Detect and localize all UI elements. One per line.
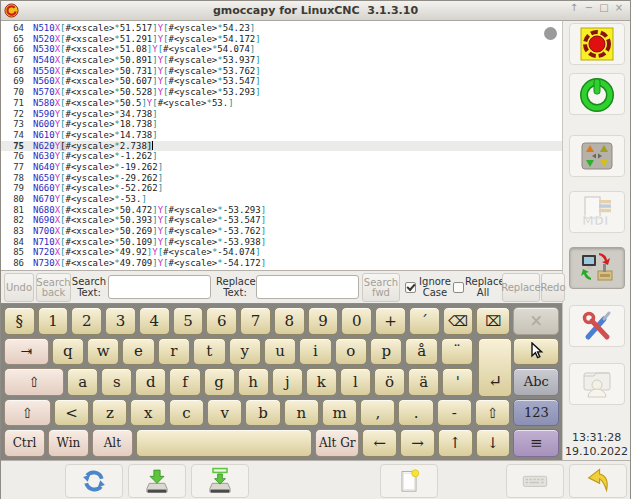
key-r[interactable]: r: [158, 338, 190, 366]
key-1[interactable]: 1: [38, 307, 69, 335]
key-f[interactable]: f: [169, 368, 200, 396]
key-v[interactable]: v: [207, 399, 242, 427]
key-i[interactable]: i: [299, 338, 331, 366]
key-0[interactable]: 0: [341, 307, 372, 335]
keyboard-close-key[interactable]: ×: [513, 307, 559, 335]
arrow-right-key[interactable]: →: [400, 429, 435, 457]
save-button[interactable]: [128, 464, 186, 498]
key-p[interactable]: p: [370, 338, 402, 366]
power-button[interactable]: [569, 73, 625, 115]
arrow-left-key[interactable]: ←: [362, 429, 397, 457]
auto-mode-button[interactable]: [569, 247, 625, 289]
gcode-line[interactable]: 80N670Y[#<yscale>*-53.]: [1, 194, 562, 205]
gcode-line[interactable]: 73N600Y[#<yscale>*18.738]: [1, 119, 562, 130]
replace-button[interactable]: Replace: [502, 273, 540, 302]
key-´[interactable]: ´: [409, 307, 440, 335]
manual-mode-button[interactable]: [569, 135, 625, 177]
gcode-line[interactable]: 76N630Y[#<yscale>*-1.262]: [1, 151, 562, 162]
key-.[interactable]: .: [398, 399, 433, 427]
reload-button[interactable]: [65, 464, 123, 498]
gcode-line[interactable]: 82N690X[#<xscale>*50.393]Y[#<yscale>*-53…: [1, 215, 562, 226]
shade-window-icon[interactable]: ↑: [569, 2, 579, 13]
layout-abc-key[interactable]: Abc: [513, 368, 559, 396]
arrow-down-key[interactable]: ↓: [476, 429, 511, 457]
key-x[interactable]: x: [130, 399, 165, 427]
shift-left-key[interactable]: ⇧: [4, 399, 51, 427]
gcode-line[interactable]: 64N510X[#<xscale>*51.517]Y[#<yscale>*54.…: [1, 23, 562, 34]
key-o[interactable]: o: [335, 338, 367, 366]
key-n[interactable]: n: [284, 399, 319, 427]
key-§[interactable]: §: [4, 307, 35, 335]
ctrl-key[interactable]: Ctrl: [4, 429, 45, 457]
new-file-button[interactable]: [380, 464, 438, 498]
mdi-mode-button[interactable]: MDI: [569, 191, 625, 233]
key-3[interactable]: 3: [105, 307, 136, 335]
key-9[interactable]: 9: [308, 307, 339, 335]
key-+[interactable]: +: [375, 307, 406, 335]
key-c[interactable]: c: [169, 399, 204, 427]
search-fwd-button[interactable]: Search fwd: [362, 273, 400, 302]
minimize-icon[interactable]: −: [584, 2, 594, 13]
key-t[interactable]: t: [193, 338, 225, 366]
user-button[interactable]: [569, 363, 625, 405]
gcode-line[interactable]: 68N550X[#<xscale>*50.731]Y[#<yscale>*53.…: [1, 66, 562, 77]
key-m[interactable]: m: [322, 399, 357, 427]
key-6[interactable]: 6: [206, 307, 237, 335]
key-¨[interactable]: ¨: [441, 338, 473, 366]
key-h[interactable]: h: [238, 368, 269, 396]
key-w[interactable]: w: [87, 338, 119, 366]
enter-key[interactable]: ↵: [478, 338, 512, 397]
redo-button[interactable]: Redo: [541, 273, 565, 302]
alt-key[interactable]: Alt: [92, 429, 133, 457]
gcode-line[interactable]: 72N590Y[#<yscale>*34.738]: [1, 109, 562, 120]
key-2[interactable]: 2: [71, 307, 102, 335]
gcode-line[interactable]: 65N520X[#<xscale>*51.291]Y[#<yscale>*54.…: [1, 34, 562, 45]
save-as-button[interactable]: [191, 464, 249, 498]
gcode-line[interactable]: 78N650Y[#<yscale>*-29.262]: [1, 173, 562, 184]
gcode-editor[interactable]: 64N510X[#<xscale>*51.517]Y[#<yscale>*54.…: [1, 21, 562, 271]
search-input[interactable]: [108, 275, 211, 299]
arrow-up-key[interactable]: ↑: [438, 429, 473, 457]
key-,[interactable]: ,: [360, 399, 395, 427]
gcode-line[interactable]: 84N710X[#<xscale>*50.109]Y[#<yscale>*-53…: [1, 237, 562, 248]
gcode-line[interactable]: 83N700X[#<xscale>*50.269]Y[#<yscale>*-53…: [1, 226, 562, 237]
layout-123-key[interactable]: 123: [513, 399, 559, 427]
ignore-case-checkbox[interactable]: [405, 282, 416, 293]
gcode-line[interactable]: 79N660Y[#<yscale>*-52.262]: [1, 183, 562, 194]
key-b[interactable]: b: [245, 399, 280, 427]
replace-all-checkbox[interactable]: [453, 282, 464, 293]
key--[interactable]: -: [437, 399, 472, 427]
titlebar[interactable]: gmoccapy for LinuxCNC 3.1.3.10 ↑−□×: [1, 1, 630, 21]
key-u[interactable]: u: [264, 338, 296, 366]
menu-key[interactable]: ≡: [513, 429, 559, 457]
settings-button[interactable]: [569, 305, 625, 347]
gcode-line[interactable]: 77N640Y[#<yscale>*-19.262]: [1, 162, 562, 173]
clear-key[interactable]: ⌧: [476, 307, 510, 335]
gcode-line[interactable]: 71N580X[#<xscale>*50.5]Y[#<yscale>*53.]: [1, 98, 562, 109]
replace-input[interactable]: [256, 275, 359, 299]
key-ä[interactable]: ä: [408, 368, 439, 396]
backspace-key[interactable]: ⌫: [443, 307, 474, 335]
gcode-line[interactable]: 75N620Y[#<yscale>*2.738]: [1, 141, 562, 152]
pointer-key[interactable]: [513, 338, 559, 366]
gcode-line[interactable]: 67N540X[#<xscale>*50.891]Y[#<yscale>*53.…: [1, 55, 562, 66]
key-e[interactable]: e: [122, 338, 154, 366]
gcode-line[interactable]: 86N730X[#<xscale>*49.709]Y[#<yscale>*-54…: [1, 258, 562, 269]
search-back-button[interactable]: Search back: [36, 273, 71, 302]
key-s[interactable]: s: [101, 368, 132, 396]
key-k[interactable]: k: [306, 368, 337, 396]
space-key[interactable]: [136, 429, 312, 457]
undo-button[interactable]: Undo: [4, 273, 34, 302]
key-a[interactable]: a: [67, 368, 98, 396]
maximize-icon[interactable]: □: [599, 2, 609, 13]
key-j[interactable]: j: [272, 368, 303, 396]
key-7[interactable]: 7: [240, 307, 271, 335]
key-ö[interactable]: ö: [374, 368, 405, 396]
key-z[interactable]: z: [92, 399, 127, 427]
keyboard-toggle-button[interactable]: [506, 464, 564, 498]
close-icon[interactable]: ×: [614, 2, 624, 13]
back-button[interactable]: [569, 464, 627, 498]
key-å[interactable]: å: [405, 338, 437, 366]
win-key[interactable]: Win: [48, 429, 89, 457]
key-4[interactable]: 4: [139, 307, 170, 335]
